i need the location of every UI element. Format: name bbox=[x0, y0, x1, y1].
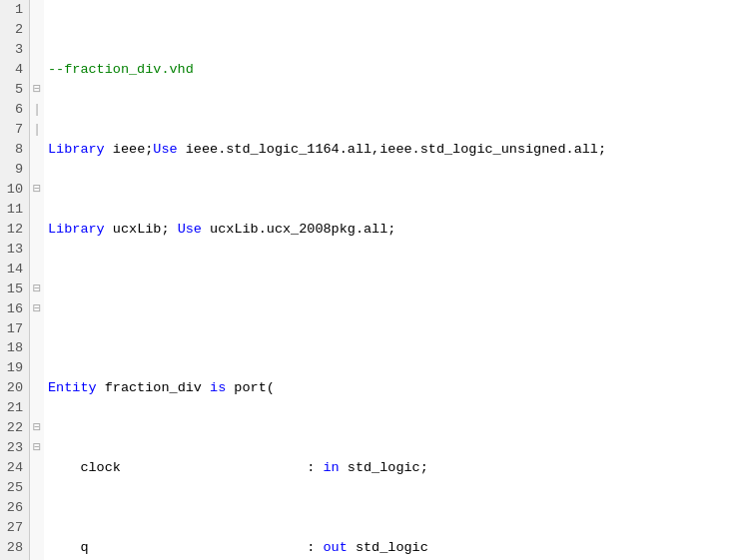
fold-indicators: ⊟ | | ⊟ ⊟ ⊟ ⊟ ⊟ bbox=[30, 0, 44, 560]
code-line-6: clock : in std_logic; bbox=[48, 458, 742, 478]
code-line-4 bbox=[48, 299, 742, 319]
code-line-1: --fraction_div.vhd bbox=[48, 60, 742, 80]
code-line-7: q : out std_logic bbox=[48, 538, 742, 558]
code-line-5: Entity fraction_div is port( bbox=[48, 378, 742, 398]
line-numbers: 1 2 3 4 5 6 7 8 9 10 11 12 13 14 15 16 1… bbox=[0, 0, 30, 560]
code-content: --fraction_div.vhd Library ieee;Use ieee… bbox=[44, 0, 748, 560]
code-line-3: Library ucxLib; Use ucxLib.ucx_2008pkg.a… bbox=[48, 220, 742, 240]
code-line-2: Library ieee;Use ieee.std_logic_1164.all… bbox=[48, 140, 742, 160]
code-editor: 1 2 3 4 5 6 7 8 9 10 11 12 13 14 15 16 1… bbox=[0, 0, 748, 560]
